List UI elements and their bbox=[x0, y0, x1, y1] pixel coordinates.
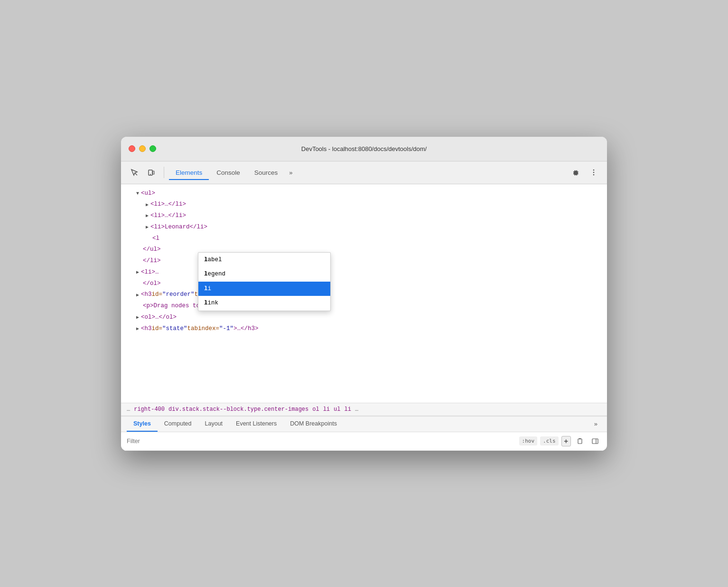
triangle-ul: ▼ bbox=[136, 189, 139, 198]
dom-line-li1[interactable]: ▶ <li>…</li> bbox=[121, 199, 607, 210]
inspect-icon[interactable] bbox=[127, 165, 142, 180]
dom-line-h3-reorder[interactable]: ▶ <h3 id="reorder" tabindex="-1">…</h3> bbox=[121, 289, 607, 301]
tag-li-leonard: <li>Leonard</li> bbox=[150, 222, 207, 233]
svg-point-3 bbox=[150, 174, 151, 175]
dom-line-li-close[interactable]: </li> bbox=[121, 256, 607, 267]
tag-li-close: </li> bbox=[143, 256, 161, 267]
breadcrumb-item-1[interactable]: div.stack.stack--block.type.center-image… bbox=[168, 406, 308, 413]
tab-console[interactable]: Console bbox=[210, 166, 247, 180]
triangle-li-leonard: ▶ bbox=[146, 223, 149, 232]
plus-button[interactable]: + bbox=[561, 436, 571, 446]
triangle-li1: ▶ bbox=[146, 200, 149, 209]
svg-point-4 bbox=[593, 170, 595, 171]
tag-h3-open: <h3 bbox=[141, 289, 152, 301]
attr-state-id-val: "state" bbox=[162, 323, 187, 335]
ac-legend-rest: egend bbox=[208, 271, 226, 277]
autocomplete-item-link[interactable]: link bbox=[198, 296, 330, 311]
cls-button[interactable]: .cls bbox=[540, 436, 559, 445]
traffic-lights bbox=[129, 145, 156, 152]
dom-line-ol-close[interactable]: </ol> bbox=[121, 278, 607, 290]
ac-li-bold: l bbox=[204, 285, 208, 292]
breadcrumb-item-4[interactable]: ul bbox=[334, 406, 340, 413]
toolbar: Elements Console Sources » bbox=[121, 161, 607, 184]
dom-line-typing[interactable]: <l bbox=[121, 233, 607, 245]
tab-computed[interactable]: Computed bbox=[158, 417, 198, 432]
filter-buttons: :hov .cls + bbox=[519, 435, 601, 447]
breadcrumb-item-0[interactable]: right-400 bbox=[134, 406, 165, 413]
breadcrumb-item-2[interactable]: ol bbox=[312, 406, 319, 413]
hov-button[interactable]: :hov bbox=[519, 436, 538, 445]
dom-line-li2[interactable]: ▶ <li>…</li> bbox=[121, 210, 607, 222]
tab-layout[interactable]: Layout bbox=[198, 417, 230, 432]
tag-ul-close: </ul> bbox=[143, 244, 161, 256]
dom-line-ol2[interactable]: ▶ <ol>…</ol> bbox=[121, 312, 607, 323]
autocomplete-popup: label legend li link bbox=[198, 252, 331, 311]
dom-line-li-leonard[interactable]: ▶ <li>Leonard</li> bbox=[121, 222, 607, 233]
svg-line-0 bbox=[135, 173, 137, 175]
tag-ol-close: </ol> bbox=[143, 278, 161, 290]
tag-h3-state-rest: >…</h3> bbox=[233, 323, 259, 335]
close-button[interactable] bbox=[129, 145, 135, 152]
svg-rect-7 bbox=[578, 439, 582, 444]
ac-label-bold: l bbox=[204, 256, 208, 263]
toolbar-right bbox=[568, 165, 601, 180]
tag-h3-state: <h3 bbox=[141, 323, 152, 335]
attr-id-val: "reorder" bbox=[162, 289, 195, 301]
triangle-li2: ▶ bbox=[146, 211, 149, 220]
autocomplete-item-li[interactable]: li bbox=[198, 282, 330, 296]
breadcrumb-item-5[interactable]: li bbox=[344, 406, 351, 413]
triangle-h3-state: ▶ bbox=[136, 324, 139, 333]
toolbar-more[interactable]: » bbox=[285, 167, 296, 178]
tab-event-listeners[interactable]: Event Listeners bbox=[229, 417, 283, 432]
dom-panel: ▼ <ul> ▶ <li>…</li> ▶ <li>…</li> ▶ <li>L… bbox=[121, 184, 607, 403]
attr-id: id= bbox=[152, 289, 163, 301]
breadcrumb-more-start[interactable]: … bbox=[127, 406, 130, 413]
filter-bar: :hov .cls + bbox=[121, 432, 607, 451]
settings-icon[interactable] bbox=[568, 165, 583, 180]
triangle-ol2: ▶ bbox=[136, 313, 139, 322]
attr-state-id: id= bbox=[152, 323, 163, 335]
dom-line-p[interactable]: <p>Drag nodes to reorder them.</p> bbox=[121, 301, 607, 312]
tab-elements[interactable]: Elements bbox=[169, 166, 209, 180]
tag-li3: <li>… bbox=[141, 267, 159, 278]
sidebar-icon[interactable] bbox=[589, 435, 601, 447]
triangle-h3-reorder: ▶ bbox=[136, 291, 139, 300]
svg-rect-2 bbox=[153, 171, 154, 174]
ac-label-rest: abel bbox=[208, 256, 222, 263]
triangle-li3: ▶ bbox=[136, 268, 139, 277]
styles-panel: Styles Computed Layout Event Listeners D… bbox=[121, 416, 607, 451]
menu-icon[interactable] bbox=[586, 165, 601, 180]
tag-ul: <ul> bbox=[141, 188, 155, 199]
svg-rect-9 bbox=[592, 439, 598, 444]
minimize-button[interactable] bbox=[139, 145, 146, 152]
breadcrumb-more-end[interactable]: … bbox=[355, 406, 358, 413]
styles-tabs: Styles Computed Layout Event Listeners D… bbox=[121, 417, 607, 432]
toolbar-divider bbox=[164, 167, 164, 178]
devtools-window: DevTools - localhost:8080/docs/devtools/… bbox=[121, 137, 607, 451]
ac-link-rest: ink bbox=[208, 300, 219, 306]
ac-legend-bold: l bbox=[204, 271, 208, 277]
window-title: DevTools - localhost:8080/docs/devtools/… bbox=[301, 145, 427, 152]
tab-styles[interactable]: Styles bbox=[127, 417, 158, 432]
tab-sources[interactable]: Sources bbox=[248, 166, 285, 180]
svg-rect-8 bbox=[579, 438, 581, 439]
ac-link-bold: l bbox=[204, 300, 208, 306]
tag-ol2: <ol>…</ol> bbox=[141, 312, 177, 323]
tag-li1: <li>…</li> bbox=[150, 199, 186, 210]
filter-input[interactable] bbox=[127, 438, 515, 445]
device-icon[interactable] bbox=[144, 165, 159, 180]
maximize-button[interactable] bbox=[149, 145, 156, 152]
clipboard-icon[interactable] bbox=[574, 435, 586, 447]
autocomplete-item-label[interactable]: label bbox=[198, 253, 330, 267]
autocomplete-item-legend[interactable]: legend bbox=[198, 267, 330, 282]
dom-line-ul-close[interactable]: </ul> bbox=[121, 244, 607, 256]
attr-state-tabindex-val: "-1" bbox=[219, 323, 233, 335]
styles-tab-more[interactable]: » bbox=[590, 417, 601, 431]
titlebar: DevTools - localhost:8080/docs/devtools/… bbox=[121, 137, 607, 161]
tab-dom-breakpoints[interactable]: DOM Breakpoints bbox=[283, 417, 344, 432]
breadcrumb-item-3[interactable]: li bbox=[323, 406, 330, 413]
svg-point-5 bbox=[593, 172, 595, 173]
dom-line-ul[interactable]: ▼ <ul> bbox=[121, 188, 607, 199]
dom-line-li3[interactable]: ▶ <li>… bbox=[121, 267, 607, 278]
dom-line-h3-state[interactable]: ▶ <h3 id="state" tabindex="-1">…</h3> bbox=[121, 323, 607, 335]
